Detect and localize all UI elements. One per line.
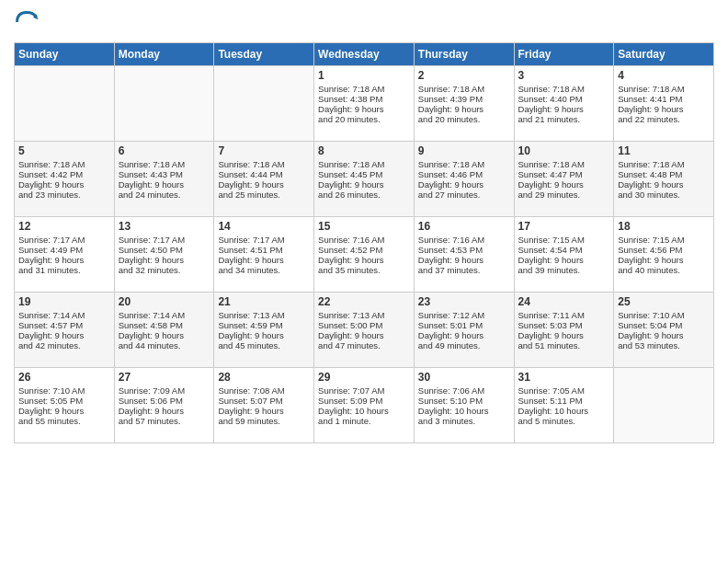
day-number: 10 [518,144,610,157]
calendar-cell [15,66,115,142]
day-info: Daylight: 9 hours [119,179,210,190]
day-info: Sunrise: 7:15 AM [618,235,710,245]
day-info: Daylight: 9 hours [318,104,410,114]
day-info: Daylight: 9 hours [119,330,210,340]
day-number: 7 [218,144,310,157]
day-number: 12 [18,220,110,233]
day-info: Sunset: 5:07 PM [218,396,310,406]
day-info: Sunrise: 7:18 AM [18,159,110,169]
calendar-cell [214,66,314,142]
calendar-cell: 6Sunrise: 7:18 AMSunset: 4:43 PMDaylight… [114,142,214,217]
day-info: Sunrise: 7:09 AM [119,385,210,396]
day-info: Daylight: 9 hours [618,330,710,340]
day-number: 1 [318,69,410,82]
day-info: and 39 minutes. [518,265,610,275]
day-info: Sunset: 4:52 PM [318,245,410,255]
calendar-cell: 5Sunrise: 7:18 AMSunset: 4:42 PMDaylight… [15,142,115,217]
day-number: 31 [518,371,610,384]
day-info: and 23 minutes. [18,190,110,200]
day-info: Daylight: 9 hours [318,179,410,190]
day-number: 17 [518,220,610,233]
day-number: 25 [618,295,710,308]
day-info: and 42 minutes. [18,340,110,350]
day-info: Daylight: 9 hours [618,255,710,265]
day-info: Sunset: 4:40 PM [518,94,610,104]
day-info: Sunset: 4:46 PM [418,169,510,179]
calendar-cell: 15Sunrise: 7:16 AMSunset: 4:52 PMDayligh… [314,217,415,293]
calendar-week-0: 1Sunrise: 7:18 AMSunset: 4:38 PMDaylight… [15,66,714,142]
calendar-header-row: SundayMondayTuesdayWednesdayThursdayFrid… [15,43,714,66]
day-info: Sunset: 5:04 PM [618,320,710,330]
day-number: 27 [119,371,210,384]
day-number: 20 [119,295,210,308]
day-info: and 21 minutes. [518,114,610,124]
page-container: SundayMondayTuesdayWednesdayThursdayFrid… [0,0,728,453]
day-info: and 29 minutes. [518,190,610,200]
day-info: and 59 minutes. [218,416,310,426]
day-info: Daylight: 10 hours [518,406,610,416]
day-info: Sunset: 4:44 PM [218,169,310,179]
day-number: 6 [119,144,210,157]
day-info: Sunrise: 7:07 AM [318,385,410,396]
day-info: and 30 minutes. [618,190,710,200]
day-info: and 44 minutes. [119,340,210,350]
calendar-cell: 1Sunrise: 7:18 AMSunset: 4:38 PMDaylight… [314,66,415,142]
day-info: Daylight: 9 hours [418,255,510,265]
day-info: Daylight: 9 hours [18,406,110,416]
day-info: Sunrise: 7:17 AM [218,235,310,245]
day-info: and 45 minutes. [218,340,310,350]
day-info: Daylight: 10 hours [318,406,410,416]
day-info: Sunset: 5:09 PM [318,396,410,406]
day-info: Sunrise: 7:13 AM [218,310,310,320]
day-info: Sunrise: 7:08 AM [218,385,310,396]
day-info: Sunset: 4:41 PM [618,94,710,104]
day-info: Daylight: 9 hours [119,406,210,416]
day-info: Sunset: 5:03 PM [518,320,610,330]
calendar-header-monday: Monday [114,43,214,66]
calendar-cell: 8Sunrise: 7:18 AMSunset: 4:45 PMDaylight… [314,142,415,217]
day-info: and 40 minutes. [618,265,710,275]
day-info: and 32 minutes. [119,265,210,275]
day-number: 11 [618,144,710,157]
calendar-table: SundayMondayTuesdayWednesdayThursdayFrid… [14,42,714,443]
day-info: Sunrise: 7:16 AM [418,235,510,245]
day-number: 3 [518,69,610,82]
day-info: Sunset: 4:59 PM [218,320,310,330]
calendar-cell: 29Sunrise: 7:07 AMSunset: 5:09 PMDayligh… [314,368,415,443]
day-number: 19 [18,295,110,308]
calendar-cell: 12Sunrise: 7:17 AMSunset: 4:49 PMDayligh… [15,217,115,293]
calendar-cell: 10Sunrise: 7:18 AMSunset: 4:47 PMDayligh… [514,142,614,217]
calendar-cell: 4Sunrise: 7:18 AMSunset: 4:41 PMDaylight… [614,66,714,142]
day-info: Sunset: 4:58 PM [119,320,210,330]
day-info: Sunrise: 7:17 AM [119,235,210,245]
day-info: Daylight: 9 hours [119,255,210,265]
day-info: and 53 minutes. [618,340,710,350]
day-number: 9 [418,144,510,157]
day-info: Sunrise: 7:13 AM [318,310,410,320]
calendar-week-4: 26Sunrise: 7:10 AMSunset: 5:05 PMDayligh… [15,368,714,443]
day-info: and 20 minutes. [318,114,410,124]
day-info: Sunrise: 7:18 AM [318,159,410,169]
calendar-cell: 16Sunrise: 7:16 AMSunset: 4:53 PMDayligh… [414,217,514,293]
logo [14,9,43,35]
day-info: and 49 minutes. [418,340,510,350]
day-info: and 26 minutes. [318,190,410,200]
day-info: and 47 minutes. [318,340,410,350]
day-info: Sunrise: 7:18 AM [618,159,710,169]
calendar-cell: 20Sunrise: 7:14 AMSunset: 4:58 PMDayligh… [114,293,214,368]
calendar-header-thursday: Thursday [414,43,514,66]
calendar-cell: 9Sunrise: 7:18 AMSunset: 4:46 PMDaylight… [414,142,514,217]
day-info: Sunrise: 7:18 AM [418,159,510,169]
day-info: Sunset: 4:45 PM [318,169,410,179]
calendar-cell: 13Sunrise: 7:17 AMSunset: 4:50 PMDayligh… [114,217,214,293]
day-number: 2 [418,69,510,82]
calendar-cell: 30Sunrise: 7:06 AMSunset: 5:10 PMDayligh… [414,368,514,443]
day-info: Daylight: 9 hours [18,330,110,340]
day-number: 28 [218,371,310,384]
day-number: 22 [318,295,410,308]
calendar-cell: 11Sunrise: 7:18 AMSunset: 4:48 PMDayligh… [614,142,714,217]
day-info: Daylight: 9 hours [318,330,410,340]
day-info: Sunrise: 7:17 AM [18,235,110,245]
calendar-cell: 22Sunrise: 7:13 AMSunset: 5:00 PMDayligh… [314,293,415,368]
day-info: Daylight: 9 hours [418,179,510,190]
